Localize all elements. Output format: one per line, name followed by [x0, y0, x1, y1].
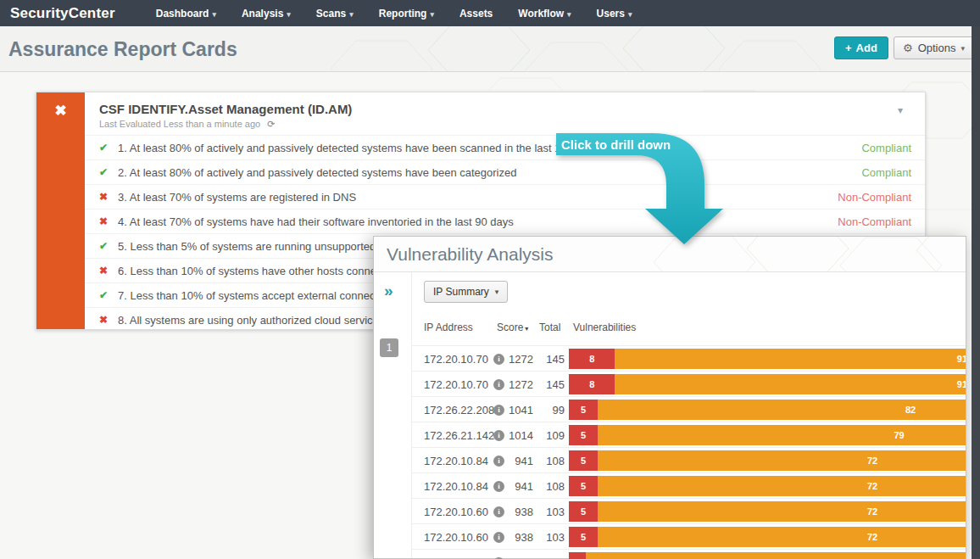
bar-segment-red[interactable]: 5 — [569, 476, 598, 496]
table-row[interactable]: 172.20.10.84i941108 572 — [412, 447, 966, 472]
vulnerability-bar[interactable]: 572 — [569, 527, 966, 547]
info-icon[interactable]: i — [493, 354, 504, 365]
bar-segment-red[interactable]: 8 — [569, 374, 615, 394]
add-button[interactable]: + Add — [834, 36, 888, 59]
bar-segment-orange[interactable]: 72 — [598, 450, 966, 471]
check-icon: ✔ — [99, 289, 113, 301]
info-icon[interactable]: i — [493, 379, 504, 390]
policy-row[interactable]: ✖ 4. At least 70% of systems have had th… — [85, 209, 925, 233]
caret-down-icon: ▾ — [628, 10, 632, 19]
info-icon[interactable]: i — [493, 481, 504, 492]
table-row[interactable]: 172.20.10.60i938103 572 — [412, 498, 966, 523]
caret-down-icon: ▾ — [430, 10, 434, 19]
info-icon[interactable]: i — [493, 506, 504, 517]
bar-segment-orange[interactable]: 72 — [598, 527, 966, 547]
total-value: 108 — [539, 480, 565, 493]
bar-segment-orange[interactable]: 79 — [598, 425, 966, 445]
vulnerability-bar[interactable]: 572 — [569, 476, 966, 496]
score-value: 938 — [507, 506, 533, 518]
vulnerability-bar[interactable]: 891 — [569, 374, 966, 394]
total-value: 109 — [539, 429, 565, 442]
nav-item-dashboard[interactable]: Dashboard▾ — [156, 8, 216, 20]
table-row[interactable]: 172.20.10.60i938103 572 — [412, 523, 966, 549]
policy-row[interactable]: ✔ 2. At least 80% of actively and passiv… — [85, 159, 925, 184]
panel-title: Vulnerability Analysis — [387, 244, 554, 265]
table-row[interactable]: 172.26.22.208i104199 582 — [412, 396, 966, 422]
bar-segment-red[interactable]: 5 — [569, 450, 598, 471]
table-row[interactable]: 172.20.10.70i1272145 891 — [412, 345, 966, 371]
compliance-status: Non-Compliant — [838, 215, 911, 228]
x-icon: ✖ — [99, 215, 113, 227]
x-icon: ✖ — [36, 102, 85, 120]
bar-segment-red[interactable]: 3 — [569, 552, 586, 559]
bar-segment-orange[interactable]: 82 — [598, 400, 966, 420]
compliance-status: Compliant — [861, 166, 911, 179]
ip-address: 172.20.10.84 — [424, 480, 488, 493]
vulnerability-bar[interactable]: 373 — [569, 552, 966, 559]
policy-row[interactable]: ✖ 3. At least 70% of systems are registe… — [85, 184, 925, 209]
ip-address: 172.20.10.60 — [424, 506, 488, 518]
vulnerability-bar[interactable]: 891 — [569, 349, 966, 369]
column-header-vulnerabilities: Vulnerabilities — [573, 321, 636, 333]
collapse-caret-icon[interactable]: ▾ — [898, 104, 903, 116]
bar-segment-red[interactable]: 5 — [569, 501, 598, 522]
score-value: 941 — [507, 480, 533, 493]
table-row[interactable]: 172.20.10.70i1272145 891 — [412, 371, 966, 396]
bar-segment-red[interactable]: 8 — [569, 349, 615, 369]
total-value: 145 — [539, 353, 565, 366]
policy-text: 8. All systems are using only authorized… — [118, 314, 407, 327]
nav-item-workflow[interactable]: Workflow▾ — [518, 8, 571, 20]
policy-text: 1. At least 80% of actively and passivel… — [118, 142, 593, 154]
compliance-status: Non-Compliant — [838, 191, 911, 204]
info-icon[interactable]: i — [493, 456, 504, 467]
column-header-score[interactable]: Score▾ — [497, 321, 528, 333]
bar-segment-red[interactable]: 5 — [569, 527, 598, 547]
options-button[interactable]: ⚙ Options ▾ — [894, 36, 974, 59]
bar-segment-orange[interactable]: 91 — [615, 374, 966, 394]
policy-text: 4. At least 70% of systems have had thei… — [118, 215, 514, 228]
policy-row[interactable]: ✔ 1. At least 80% of actively and passiv… — [85, 135, 925, 159]
table-body: 172.20.10.70i1272145 891 172.20.10.70i12… — [412, 345, 966, 559]
bar-segment-red[interactable]: 5 — [569, 400, 598, 420]
score-value: 1041 — [507, 404, 533, 416]
panel-body: IP Summary ▾ IP Address Score▾ Total Vul… — [412, 272, 966, 558]
table-row[interactable]: 172.20.10.84i941108 572 — [412, 472, 966, 498]
check-icon: ✔ — [99, 166, 113, 178]
score-value: 941 — [507, 455, 533, 467]
policy-text: 2. At least 80% of actively and passivel… — [118, 166, 516, 179]
vulnerability-bar[interactable]: 579 — [569, 425, 966, 445]
table-row[interactable]: 172.26.25.80i87192 373 — [412, 549, 966, 559]
vulnerability-bar[interactable]: 572 — [569, 450, 966, 471]
app-logo: SecurityCenter — [10, 5, 115, 22]
caret-down-icon: ▾ — [961, 44, 965, 53]
card-title: CSF IDENTIFY.Asset Management (ID.AM) — [99, 102, 352, 116]
expand-filters-icon[interactable]: » — [384, 282, 393, 299]
score-value: 1272 — [507, 353, 533, 366]
bar-segment-orange[interactable]: 73 — [586, 552, 966, 559]
info-icon[interactable]: i — [493, 430, 504, 441]
bar-segment-orange[interactable]: 72 — [598, 476, 966, 496]
caret-down-icon: ▾ — [567, 10, 571, 19]
ip-address: 172.20.10.70 — [424, 378, 488, 391]
table-row[interactable]: 172.26.21.142i1014109 579 — [412, 422, 966, 447]
page-number-badge[interactable]: 1 — [380, 338, 398, 357]
ip-address: 172.26.22.208 — [424, 404, 494, 416]
nav-item-users[interactable]: Users▾ — [597, 8, 632, 20]
bar-segment-red[interactable]: 5 — [569, 425, 598, 445]
bar-segment-orange[interactable]: 72 — [598, 501, 966, 522]
view-type-dropdown[interactable]: IP Summary ▾ — [424, 281, 508, 303]
total-value: 145 — [539, 378, 565, 391]
nav-item-analysis[interactable]: Analysis▾ — [242, 8, 291, 20]
refresh-icon[interactable]: ⟳ — [267, 119, 275, 129]
vulnerability-bar[interactable]: 582 — [569, 400, 966, 420]
nav-item-assets[interactable]: Assets — [459, 8, 493, 20]
info-icon[interactable]: i — [493, 532, 504, 543]
nav-item-reporting[interactable]: Reporting▾ — [379, 8, 434, 20]
column-header-total: Total — [539, 321, 560, 333]
vulnerability-bar[interactable]: 572 — [569, 501, 966, 522]
caret-down-icon: ▾ — [495, 288, 499, 296]
bar-segment-orange[interactable]: 91 — [615, 349, 966, 369]
info-icon[interactable]: i — [493, 405, 504, 416]
nav-item-scans[interactable]: Scans▾ — [316, 8, 354, 20]
plus-icon: + — [845, 42, 852, 54]
